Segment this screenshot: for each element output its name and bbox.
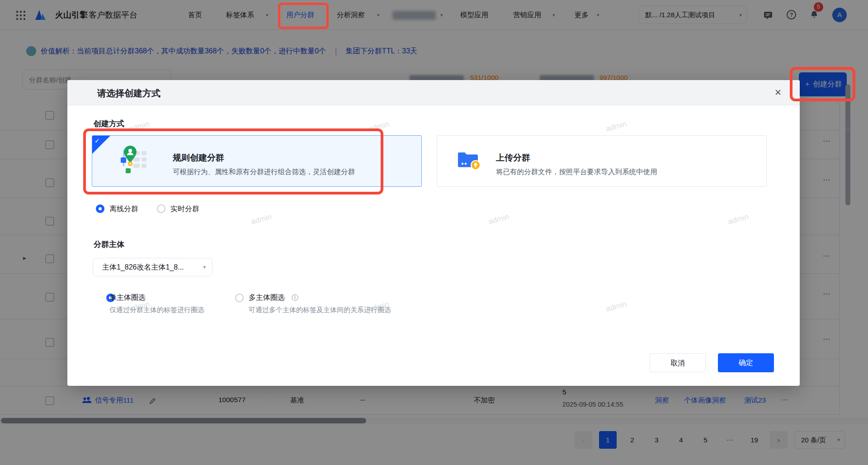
single-subject-desc: 仅通过分群主体的标签进行圈选 bbox=[109, 306, 204, 314]
card-title: 上传分群 bbox=[496, 152, 530, 164]
check-icon: ✓ bbox=[94, 137, 100, 144]
confirm-button[interactable]: 确定 bbox=[718, 353, 774, 372]
card-title: 规则创建分群 bbox=[173, 152, 224, 164]
dialog-title: 请选择创建方式 bbox=[97, 87, 160, 100]
card-desc: 可根据行为、属性和原有分群进行组合筛选，灵活创建分群 bbox=[173, 167, 355, 177]
subject-select-value: 主体1_826改名主体1_8... bbox=[102, 263, 184, 271]
radio-multi-subject[interactable] bbox=[235, 294, 244, 302]
cancel-button[interactable]: 取消 bbox=[650, 353, 706, 372]
radio-realtime-segment[interactable] bbox=[157, 204, 165, 213]
create-method-label: 创建方式 bbox=[94, 119, 124, 129]
chevron-down-icon: ▾ bbox=[203, 258, 206, 276]
radio-realtime-label[interactable]: 实时分群 bbox=[170, 204, 199, 214]
card-rule-create-segment[interactable]: ✓ 规则创建分群 可根据行为、属性和原有分群进行组合筛选，灵活创建分群 bbox=[92, 135, 422, 187]
radio-single-subject-label[interactable]: 单主体圈选 bbox=[109, 293, 146, 303]
card-desc: 将已有的分群文件，按照平台要求导入到系统中使用 bbox=[496, 167, 657, 177]
info-icon[interactable]: ⓘ bbox=[292, 294, 298, 302]
radio-offline-segment[interactable] bbox=[96, 204, 104, 213]
create-method-dialog: 请选择创建方式 ✕ 创建方式 ✓ 规则创建分群 可根据行为、属性和原有分群进行组… bbox=[67, 80, 800, 386]
rule-segment-icon bbox=[119, 146, 149, 175]
radio-multi-subject-label[interactable]: 多主体圈选 bbox=[249, 293, 285, 303]
upload-folder-icon bbox=[457, 150, 481, 171]
subject-select[interactable]: 主体1_826改名主体1_8... ▾ bbox=[93, 258, 212, 276]
subject-label: 分群主体 bbox=[94, 239, 124, 250]
dialog-header: 请选择创建方式 ✕ bbox=[67, 80, 800, 105]
close-icon[interactable]: ✕ bbox=[774, 87, 782, 98]
radio-offline-label[interactable]: 离线分群 bbox=[109, 204, 138, 214]
card-upload-segment[interactable]: 上传分群 将已有的分群文件，按照平台要求导入到系统中使用 bbox=[437, 135, 767, 187]
multi-subject-desc: 可通过多个主体的标签及主体间的关系进行圈选 bbox=[249, 306, 391, 314]
